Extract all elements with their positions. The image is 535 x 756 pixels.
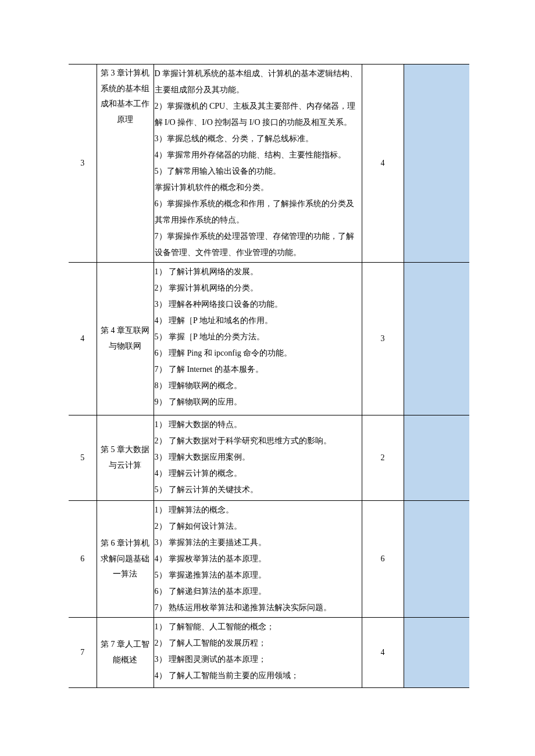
chapter-title: 第 4 章互联网与物联网 [97,263,154,415]
content-cell: 1） 理解算法的概念。 2） 了解如何设计算法。 3） 掌握算法的主要描述工具。… [154,501,362,618]
row-number: 3 [69,65,97,263]
content-cell: D 掌握计算机系统的基本组成、计算机的基本逻辑结构、主要组成部分及其功能。 2）… [154,65,362,263]
chapter-title: 第 7 章人工智能概述 [97,618,154,688]
empty-cell [404,501,469,618]
row-number: 5 [69,415,97,501]
empty-cell [404,415,469,501]
table-row: 4 第 4 章互联网与物联网 1） 了解计算机网络的发展。 2） 掌握计算机网络… [69,263,469,415]
chapter-title: 第 3 章计算机系统的基本组成和基本工作原理 [97,65,154,263]
row-number: 7 [69,618,97,688]
content-cell: 1） 了解智能、人工智能的概念； 2） 了解人工智能的发展历程； 3） 理解图灵… [154,618,362,688]
table-row: 6 第 6 章计算机求解问题基础一算法 1） 理解算法的概念。 2） 了解如何设… [69,501,469,618]
empty-cell [404,65,469,263]
table-row: 7 第 7 章人工智能概述 1） 了解智能、人工智能的概念； 2） 了解人工智能… [69,618,469,688]
hours: 4 [362,65,404,263]
empty-cell [404,263,469,415]
empty-cell [404,618,469,688]
hours: 2 [362,415,404,501]
content-cell: 1） 了解计算机网络的发展。 2） 掌握计算机网络的分类。 3） 理解各种网络接… [154,263,362,415]
row-number: 6 [69,501,97,618]
content-cell: 1） 理解大数据的特点。 2） 了解大数据对于科学研究和思维方式的影响。 3） … [154,415,362,501]
hours: 4 [362,618,404,688]
hours: 3 [362,263,404,415]
chapter-title: 第 5 章大数据与云计算 [97,415,154,501]
chapter-title: 第 6 章计算机求解问题基础一算法 [97,501,154,618]
syllabus-table: 3 第 3 章计算机系统的基本组成和基本工作原理 D 掌握计算机系统的基本组成、… [69,64,469,688]
table-row: 5 第 5 章大数据与云计算 1） 理解大数据的特点。 2） 了解大数据对于科学… [69,415,469,501]
row-number: 4 [69,263,97,415]
document-page: 3 第 3 章计算机系统的基本组成和基本工作原理 D 掌握计算机系统的基本组成、… [0,0,535,746]
hours: 6 [362,501,404,618]
table-row: 3 第 3 章计算机系统的基本组成和基本工作原理 D 掌握计算机系统的基本组成、… [69,65,469,263]
